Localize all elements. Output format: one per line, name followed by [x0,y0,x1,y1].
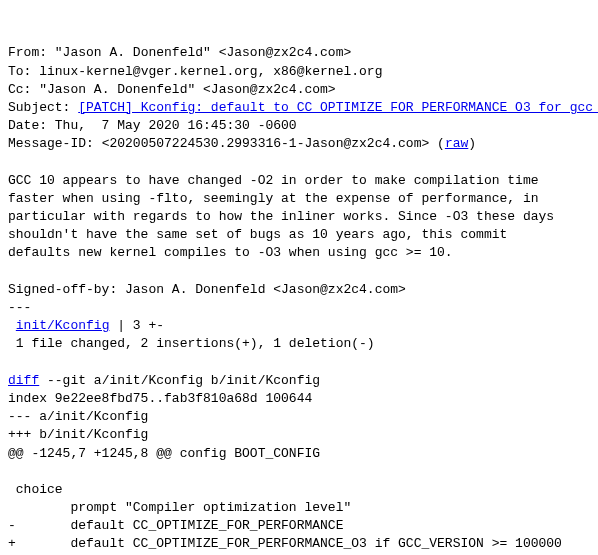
diffstat-summary: 1 file changed, 2 insertions(+), 1 delet… [8,336,375,351]
diff-context: prompt "Compiler optimization level" [8,500,351,515]
diff-index: index 9e22ee8fbd75..fab3f810a68d 100644 [8,391,312,406]
raw-open: ( [429,136,445,151]
body-line: defaults new kernel compiles to -O3 when… [8,245,453,260]
raw-close: ) [468,136,476,151]
from-label: From: [8,45,55,60]
separator: --- [8,300,31,315]
diff-header: --git a/init/Kconfig b/init/Kconfig [39,373,320,388]
diffstat-file-link[interactable]: init/Kconfig [16,318,110,333]
diff-add: + default CC_OPTIMIZE_FOR_PERFORMANCE_O3… [8,536,562,551]
body-line: shouldn't have the same set of bugs as 1… [8,227,507,242]
to-value: linux-kernel@vger.kernel.org, x86@kernel… [39,64,382,79]
diff-file-a: --- a/init/Kconfig [8,409,148,424]
raw-link[interactable]: raw [445,136,468,151]
body-line: faster when using -flto, seemingly at th… [8,191,539,206]
diff-link[interactable]: diff [8,373,39,388]
cc-value: "Jason A. Donenfeld" <Jason@zx2c4.com> [39,82,335,97]
body-line: GCC 10 appears to have changed -O2 in or… [8,173,539,188]
body-line: particular with regards to how the inlin… [8,209,554,224]
diffstat-bar: | 3 +- [109,318,164,333]
diff-del: - default CC_OPTIMIZE_FOR_PERFORMANCE [8,518,343,533]
diff-file-b: +++ b/init/Kconfig [8,427,148,442]
subject-label: Subject: [8,100,78,115]
message-id-value: <20200507224530.2993316-1-Jason@zx2c4.co… [102,136,430,151]
to-label: To: [8,64,39,79]
from-value: "Jason A. Donenfeld" <Jason@zx2c4.com> [55,45,351,60]
message-id-label: Message-ID: [8,136,102,151]
diff-hunk: @@ -1245,7 +1245,8 @@ config BOOT_CONFIG [8,446,320,461]
date-label: Date: [8,118,55,133]
cc-label: Cc: [8,82,39,97]
date-value: Thu, 7 May 2020 16:45:30 -0600 [55,118,297,133]
diff-context: choice [8,482,63,497]
signed-off-by: Signed-off-by: Jason A. Donenfeld <Jason… [8,282,406,297]
subject-link[interactable]: [PATCH] Kconfig: default to CC OPTIMIZE … [78,100,598,115]
